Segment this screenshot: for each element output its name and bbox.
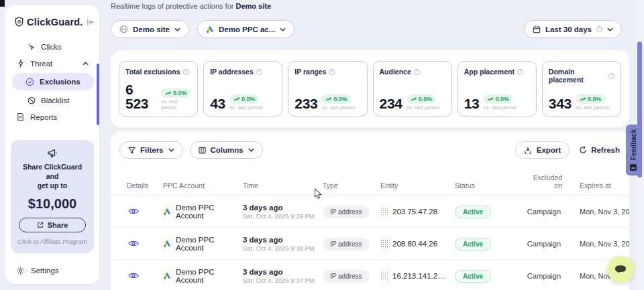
- date-range-pill[interactable]: Last 30 days: [524, 20, 622, 38]
- ppc-account-selector-pill[interactable]: Demo PPC ac...: [197, 20, 294, 38]
- site-selector-pill[interactable]: Demo site: [111, 20, 189, 38]
- sidebar-scrollbar-thumb[interactable]: [97, 64, 99, 125]
- ppc-account-name: Demo PPC Account: [176, 204, 243, 220]
- ppc-account-name: Demo PPC Account: [176, 268, 243, 284]
- sidebar-item-settings[interactable]: Settings: [16, 267, 99, 275]
- window-corner-artifact: [0, 0, 5, 7]
- view-details-eye-icon[interactable]: [127, 208, 163, 215]
- sidebar-item-reports[interactable]: Reports: [5, 108, 99, 125]
- stat-label: Audience: [380, 68, 411, 76]
- col-expires-at[interactable]: Expires at: [565, 182, 624, 190]
- promo-amount: $10,000: [16, 196, 89, 212]
- col-details[interactable]: Details: [127, 182, 163, 190]
- col-type[interactable]: Type: [323, 182, 380, 190]
- type-badge: IP address: [323, 270, 370, 283]
- table-row[interactable]: Demo PPC Account 3 days ago Sat, Oct 4, …: [111, 228, 629, 260]
- table-row[interactable]: Demo PPC Account 3 days ago Sat, Oct 4, …: [111, 260, 629, 290]
- type-badge: IP address: [323, 206, 370, 218]
- ppc-account-selector-value: Demo PPC ac...: [219, 25, 275, 33]
- stat-change: 0.0%: [419, 96, 433, 102]
- share-button[interactable]: Share: [19, 218, 86, 232]
- stat-card-total-exclusions: Total exclusions 6 523 0.0% vs. last per…: [119, 61, 198, 117]
- columns-icon: [199, 147, 206, 154]
- help-icon[interactable]: [414, 69, 420, 75]
- trend-up-icon: [325, 97, 331, 102]
- sidebar-item-label: Exclusions: [40, 78, 80, 86]
- page-subtitle-site: Demo site: [235, 2, 271, 10]
- date-range-value: Last 30 days: [545, 25, 592, 33]
- click-cursor-icon: [27, 43, 36, 51]
- sidebar: G ClickGuard. Clicks Threat: [5, 5, 99, 284]
- entity-value: 208.80.44.26: [392, 240, 437, 248]
- refresh-button[interactable]: Refresh: [579, 146, 620, 154]
- filters-button[interactable]: Filters: [119, 141, 183, 159]
- country-flag-icon: [380, 272, 388, 280]
- col-time[interactable]: Time: [243, 182, 323, 190]
- stat-label: Total exclusions: [125, 68, 180, 76]
- col-entity[interactable]: Entity: [380, 182, 455, 190]
- trend-up-icon: [233, 97, 239, 102]
- status-badge: Active: [455, 238, 491, 250]
- logo: G ClickGuard.: [5, 5, 99, 34]
- help-icon[interactable]: [608, 73, 614, 79]
- document-icon: [16, 113, 25, 121]
- google-ads-icon: [206, 25, 214, 33]
- trend-up-icon: [165, 91, 171, 96]
- collapse-sidebar-icon[interactable]: [87, 18, 95, 26]
- sidebar-item-exclusions[interactable]: Exclusions: [12, 73, 94, 90]
- col-excluded-on[interactable]: Excluded on: [530, 173, 565, 190]
- stat-change: 0.0%: [588, 96, 602, 102]
- page-subtitle: Realtime logs of protective actions for …: [111, 2, 271, 10]
- sidebar-item-label: Reports: [30, 113, 57, 121]
- col-status[interactable]: Status: [455, 182, 522, 190]
- filter-pills-row: Demo site Demo PPC ac... Last 30 days: [111, 20, 622, 38]
- sidebar-item-label: Blacklist: [41, 96, 69, 104]
- sidebar-item-label: Clicks: [41, 43, 62, 51]
- affiliate-promo-card: Share ClickGuard and get up to $10,000 S…: [11, 140, 94, 253]
- excluded-on-value: Campaign: [522, 272, 565, 280]
- sidebar-item-clicks[interactable]: Clicks: [5, 38, 99, 55]
- ban-icon: [27, 96, 36, 104]
- lightning-icon: [16, 59, 25, 68]
- feedback-tab[interactable]: Feedback: [626, 125, 641, 175]
- chevron-down-icon: [607, 27, 613, 31]
- columns-button[interactable]: Columns: [190, 141, 263, 159]
- time-relative: 3 days ago: [243, 204, 323, 212]
- feedback-label: Feedback: [630, 129, 637, 160]
- help-icon[interactable]: [256, 69, 262, 75]
- funnel-icon: [128, 147, 136, 154]
- view-details-eye-icon[interactable]: [127, 272, 163, 279]
- stat-value: 6 523: [125, 82, 157, 111]
- sidebar-item-blacklist[interactable]: Blacklist: [5, 92, 99, 108]
- filters-button-label: Filters: [140, 146, 164, 154]
- chat-launcher-button[interactable]: [607, 256, 634, 283]
- sidebar-nav: Clicks Threat Exclusions Blacklist: [5, 38, 99, 125]
- time-relative: 3 days ago: [243, 268, 323, 276]
- stats-panel: Total exclusions 6 523 0.0% vs. last per…: [111, 50, 629, 127]
- table-header-row: Details PPC Account Time Type Entity Sta…: [111, 173, 629, 196]
- stat-card-ip-ranges: IP ranges 233 0.0% vs. last period: [288, 61, 367, 117]
- stat-vs-label: vs. last period: [407, 104, 439, 111]
- view-details-eye-icon[interactable]: [127, 240, 163, 247]
- trend-up-icon: [580, 97, 586, 102]
- col-ppc-account[interactable]: PPC Account: [163, 182, 243, 190]
- speech-bubble-icon: [614, 264, 627, 275]
- stat-label: Domain placement: [549, 68, 606, 84]
- chevron-up-icon[interactable]: [81, 62, 90, 66]
- stat-vs-label: vs. last period: [229, 104, 262, 111]
- stat-value: 233: [294, 96, 317, 111]
- help-icon[interactable]: [517, 69, 523, 75]
- promo-text-line1: Share ClickGuard and: [16, 162, 89, 181]
- stat-label: IP addresses: [210, 68, 254, 76]
- help-icon[interactable]: [183, 69, 189, 75]
- sidebar-item-threat[interactable]: Threat: [5, 55, 99, 72]
- stat-change: 0.0%: [333, 96, 347, 102]
- table-row[interactable]: Demo PPC Account 3 days ago Sat, Oct 4, …: [111, 196, 629, 228]
- help-icon[interactable]: [329, 69, 335, 75]
- megaphone-icon: [16, 148, 89, 158]
- ppc-account-name: Demo PPC Account: [176, 236, 243, 252]
- affiliate-program-link[interactable]: Click to Affiliate Program: [16, 238, 89, 245]
- export-button[interactable]: Export: [515, 141, 570, 159]
- stat-value: 13: [464, 96, 480, 111]
- stat-card-app-placement: App placement 13 0.0% vs. last period: [458, 61, 537, 117]
